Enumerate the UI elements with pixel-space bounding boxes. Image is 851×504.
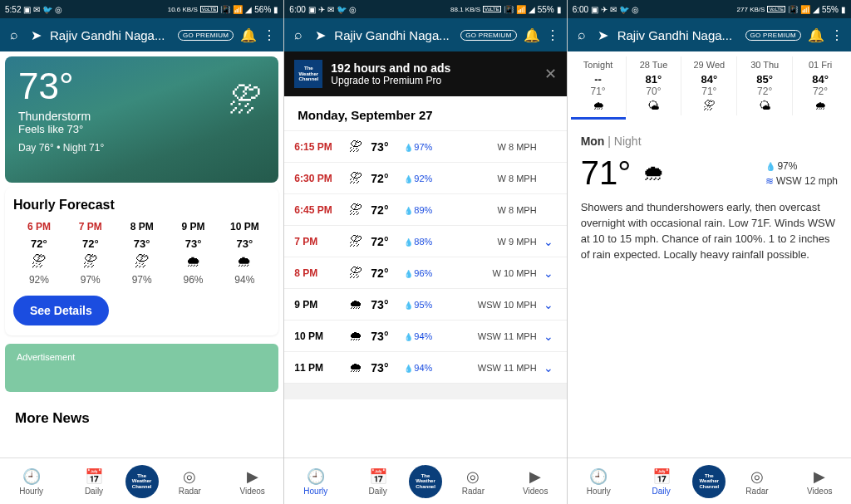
- telegram-icon: ✈: [318, 5, 325, 14]
- day-column[interactable]: 28 Tue81°70°🌤: [627, 56, 682, 115]
- day-column[interactable]: 30 Thu85°72°🌤: [737, 56, 793, 115]
- nav-videos[interactable]: ▶Videos: [221, 467, 283, 496]
- hourly-row[interactable]: 6:15 PM⛈73°97%W 8 MPH: [284, 130, 566, 162]
- go-premium-pill[interactable]: GO PREMIUM: [178, 30, 234, 41]
- nav-hourly[interactable]: 🕘Hourly: [568, 467, 630, 496]
- hour-column[interactable]: 9 PM73°🌧96%: [168, 221, 219, 286]
- go-premium-pill[interactable]: GO PREMIUM: [460, 30, 516, 41]
- hourly-title: Hourly Forecast: [13, 198, 270, 213]
- status-time: 6:00: [289, 5, 305, 14]
- search-icon[interactable]: ⌕: [7, 27, 22, 42]
- twitter-icon: 🐦: [337, 5, 347, 14]
- hourly-list: 6:15 PM⛈73°97%W 8 MPH6:30 PM⛈72°92%W 8 M…: [284, 130, 566, 383]
- phone-screen-1: 5:52 ▣ ✉ 🐦 ◎ 10.6 KB/S VoLTE 📳 📶 ◢ 56% ▮…: [0, 0, 283, 504]
- close-icon[interactable]: ✕: [544, 65, 557, 83]
- nav-daily[interactable]: 📅Daily: [347, 467, 409, 496]
- nav-daily[interactable]: 📅Daily: [630, 467, 692, 496]
- chevron-down-icon: ⌄: [544, 267, 557, 280]
- hourly-row[interactable]: 7 PM⛈72°88%W 9 MPH⌄: [284, 225, 566, 257]
- status-time: 5:52: [5, 5, 21, 14]
- bell-icon[interactable]: 🔔: [524, 27, 539, 43]
- location-name[interactable]: Rajiv Gandhi Naga...: [617, 28, 739, 42]
- clock-icon: 🕘: [568, 467, 630, 486]
- cast-icon: ▣: [23, 5, 31, 14]
- more-news-header[interactable]: More News: [5, 400, 278, 437]
- mail-icon: ✉: [33, 5, 40, 14]
- overflow-icon[interactable]: ⋮: [829, 27, 844, 43]
- ad-slot[interactable]: Advertisement: [5, 344, 278, 392]
- location-arrow-icon[interactable]: ➤: [596, 27, 611, 43]
- chevron-down-icon: ⌄: [544, 330, 557, 343]
- nav-twc-button[interactable]: The Weather Channel: [125, 465, 159, 498]
- current-conditions-card[interactable]: 73° Thunderstorm Feels like 73° Day 76° …: [5, 56, 278, 183]
- rain-icon: 🌧: [642, 160, 664, 186]
- bottom-nav: 🕘Hourly 📅Daily The Weather Channel ◎Rada…: [284, 458, 566, 504]
- location-name[interactable]: Rajiv Gandhi Naga...: [50, 28, 171, 42]
- location-arrow-icon[interactable]: ➤: [28, 27, 43, 43]
- battery-pct: 55%: [822, 5, 839, 14]
- location-arrow-icon[interactable]: ➤: [312, 27, 327, 43]
- day-column[interactable]: 29 Wed84°71°⛈: [681, 56, 737, 115]
- wifi-icon: 📶: [516, 5, 526, 14]
- twitter-icon: 🐦: [42, 5, 52, 14]
- nav-daily[interactable]: 📅Daily: [62, 467, 125, 496]
- wifi-icon: 📶: [233, 5, 243, 14]
- day-detail: Mon | Night 71° 🌧 97% WSW 12 mph Showers…: [568, 120, 851, 277]
- twitter-icon: 🐦: [619, 5, 629, 14]
- day-column[interactable]: Tonight--71°🌧: [571, 56, 627, 115]
- radar-icon: ◎: [726, 467, 788, 486]
- overflow-icon[interactable]: ⋮: [262, 27, 277, 43]
- see-details-button[interactable]: See Details: [13, 296, 109, 325]
- hour-column[interactable]: 10 PM73°🌧94%: [219, 221, 270, 286]
- nav-hourly[interactable]: 🕘Hourly: [284, 467, 347, 496]
- hour-column[interactable]: 7 PM72°⛈97%: [65, 221, 116, 286]
- premium-promo-banner[interactable]: The Weather Channel 192 hours and no ads…: [284, 51, 566, 96]
- day-column[interactable]: 01 Fri84°72°🌧: [793, 56, 848, 115]
- battery-icon: ▮: [273, 5, 278, 14]
- nav-radar[interactable]: ◎Radar: [726, 467, 788, 496]
- search-icon[interactable]: ⌕: [574, 27, 589, 42]
- hourly-row[interactable]: 6:45 PM⛈72°89%W 8 MPH: [284, 193, 566, 225]
- signal-icon: ◢: [529, 5, 535, 14]
- volte-icon: VoLTE: [200, 6, 219, 12]
- chevron-down-icon: ⌄: [544, 235, 557, 248]
- hourly-row[interactable]: 8 PM⛈72°96%W 10 MPH⌄: [284, 257, 566, 288]
- hourly-row[interactable]: 6:30 PM⛈72°92%W 8 MPH: [284, 162, 566, 193]
- status-bar: 6:00 ▣ ✈ ✉ 🐦 ◎ 88.1 KB/S VoLTE 📳 📶 ◢ 55%…: [284, 0, 566, 18]
- go-premium-pill[interactable]: GO PREMIUM: [745, 30, 801, 41]
- play-icon: ▶: [504, 467, 567, 486]
- detail-temp: 71°: [581, 154, 632, 192]
- nav-videos[interactable]: ▶Videos: [504, 467, 567, 496]
- vibrate-icon: 📳: [220, 5, 230, 14]
- cast-icon: ▣: [591, 5, 598, 14]
- feels-like: Feels like 73°: [18, 123, 265, 135]
- net-speed: 277 KB/S: [737, 6, 765, 13]
- promo-title: 192 hours and no ads: [331, 61, 535, 75]
- hourly-row[interactable]: 9 PM🌧73°95%WSW 10 MPH⌄: [284, 288, 566, 320]
- bell-icon[interactable]: 🔔: [240, 27, 255, 43]
- bell-icon[interactable]: 🔔: [808, 27, 823, 43]
- overflow-icon[interactable]: ⋮: [545, 27, 560, 43]
- location-name[interactable]: Rajiv Gandhi Naga...: [334, 28, 454, 42]
- hour-column[interactable]: 8 PM73°⛈97%: [116, 221, 168, 286]
- hourly-row[interactable]: 11 PM🌧73°94%WSW 11 MPH⌄: [284, 351, 566, 383]
- nav-videos[interactable]: ▶Videos: [789, 467, 851, 496]
- calendar-icon: 📅: [630, 467, 692, 486]
- battery-icon: ▮: [557, 5, 562, 14]
- nav-radar[interactable]: ◎Radar: [442, 467, 504, 496]
- day-night: Day 76° • Night 71°: [18, 142, 265, 154]
- clock-icon: 🕘: [284, 467, 347, 486]
- net-speed: 10.6 KB/S: [168, 6, 198, 13]
- mail-icon: ✉: [327, 5, 334, 14]
- hourly-strip[interactable]: 6 PM72°⛈92%7 PM72°⛈97%8 PM73°⛈97%9 PM73°…: [13, 221, 270, 286]
- hourly-row[interactable]: 10 PM🌧73°94%WSW 11 MPH⌄: [284, 320, 566, 351]
- nav-twc-button[interactable]: The Weather Channel: [692, 465, 726, 498]
- daily-strip[interactable]: Tonight--71°🌧28 Tue81°70°🌤29 Wed84°71°⛈3…: [568, 51, 851, 117]
- forecast-description: Showers and thundershowers early, then o…: [581, 200, 838, 262]
- nav-hourly[interactable]: 🕘Hourly: [0, 467, 62, 496]
- cast-icon: ▣: [308, 5, 316, 14]
- nav-radar[interactable]: ◎Radar: [159, 467, 221, 496]
- nav-twc-button[interactable]: The Weather Channel: [409, 465, 442, 498]
- search-icon[interactable]: ⌕: [291, 27, 306, 42]
- hour-column[interactable]: 6 PM72°⛈92%: [13, 221, 65, 286]
